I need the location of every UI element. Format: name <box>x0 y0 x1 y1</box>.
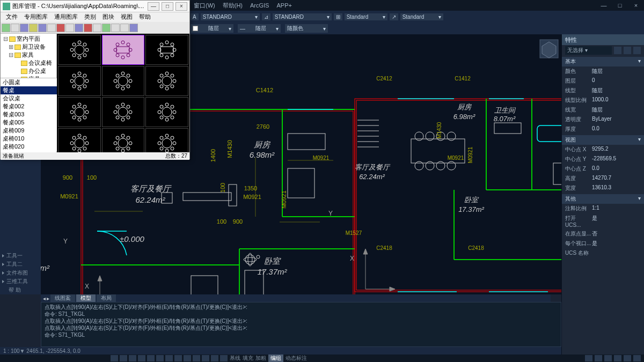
grid-thumbnail[interactable] <box>102 66 145 96</box>
bb-right-icon[interactable] <box>624 355 631 361</box>
props-row[interactable]: UCS 名称 <box>562 248 644 258</box>
left-label-2[interactable]: 工具二 <box>2 260 28 269</box>
list-item[interactable]: 餐桌002 <box>1 102 57 110</box>
lib-tb-btn[interactable] <box>111 24 120 32</box>
lib-tb-btn[interactable] <box>75 24 83 32</box>
layer-combo-3[interactable]: 随颜色▾ <box>285 24 328 33</box>
lib-tb-btn[interactable] <box>129 24 138 32</box>
grid-thumbnail[interactable] <box>58 128 101 152</box>
lib-menu-block[interactable]: 图块 <box>99 12 118 22</box>
command-area[interactable]: 点取插入点[转90(A)/左右(S)/上下(D)/对齐(F)/外框(E)/转角(… <box>41 302 561 347</box>
lib-tb-btn[interactable] <box>102 24 111 32</box>
bb-right-icon[interactable] <box>604 355 612 361</box>
selection-dropdown[interactable]: 无选择 ▾ <box>565 46 612 55</box>
table-style-dropdown[interactable]: Standard▾ <box>345 13 387 20</box>
props-section-header[interactable]: 其他▾ <box>562 194 644 204</box>
list-item[interactable]: 餐桌 <box>1 86 57 94</box>
grid-thumbnail[interactable] <box>102 35 145 65</box>
style-icon[interactable]: A <box>191 13 199 20</box>
menu-app[interactable]: APP+ <box>273 1 295 10</box>
props-row[interactable]: 线宽随层 <box>562 105 644 115</box>
bb-icon[interactable] <box>202 355 209 361</box>
left-label-3[interactable]: 文件布图 <box>2 269 28 277</box>
grid-thumbnail[interactable] <box>102 128 145 152</box>
grid-thumbnail[interactable] <box>58 97 101 127</box>
bb-icon[interactable] <box>220 355 228 361</box>
left-label-1[interactable]: 工具一 <box>2 252 28 260</box>
props-row[interactable]: 线型随层 <box>562 86 644 95</box>
lib-tb-btn[interactable] <box>2 24 10 32</box>
mleader-style-dropdown[interactable]: Standard▾ <box>400 13 443 20</box>
table-style-icon[interactable]: ⊞ <box>334 13 342 20</box>
bb-right-icon[interactable] <box>614 355 621 361</box>
tab-layout[interactable]: 布局 <box>97 294 116 302</box>
props-row[interactable]: 注释比例1:1 <box>562 204 644 213</box>
bb-icon[interactable] <box>138 355 145 361</box>
props-section-header[interactable]: 基本▾ <box>562 57 644 67</box>
props-row[interactable]: 打开 UCS...是 <box>562 213 644 229</box>
bb-text[interactable]: 基线 <box>230 354 240 362</box>
library-grid[interactable] <box>57 34 189 152</box>
tree-node[interactable]: ⊟室内平面 <box>2 35 55 43</box>
props-row[interactable]: 中心点 X9295.2 <box>562 145 644 154</box>
bb-icon[interactable] <box>156 355 164 361</box>
bb-text[interactable]: 加粗 <box>255 354 266 362</box>
lib-tb-btn[interactable] <box>56 24 65 32</box>
tree-node[interactable]: ⊟家具 <box>2 51 55 59</box>
props-row[interactable]: 图层0 <box>562 76 644 86</box>
bb-right-icon[interactable] <box>585 355 592 361</box>
lib-menu-special[interactable]: 专用图库 <box>21 12 51 22</box>
list-item[interactable]: 桌椅020 <box>1 143 57 151</box>
lib-tb-btn[interactable] <box>84 24 92 32</box>
props-row[interactable]: 中心点 Y-228569.5 <box>562 154 644 164</box>
tree-node[interactable]: ⊞厨卫设备 <box>2 43 55 51</box>
dim-style-icon[interactable]: ⊿ <box>262 13 270 20</box>
tab-linepat[interactable]: 线图案 <box>50 294 75 302</box>
bb-icon[interactable] <box>120 355 127 361</box>
lib-tb-btn[interactable] <box>93 24 101 32</box>
lib-tb-btn[interactable] <box>38 24 47 32</box>
layer-combo-2[interactable]: — 随层▾ <box>238 24 281 33</box>
props-icon[interactable] <box>614 47 621 54</box>
lib-maximize-button[interactable]: □ <box>162 2 173 11</box>
bb-text[interactable]: 动态标注 <box>286 354 307 362</box>
close-button[interactable]: × <box>628 0 644 11</box>
menu-help[interactable]: 帮助(H) <box>219 1 246 11</box>
bb-right-icon[interactable] <box>595 355 602 361</box>
bb-icon[interactable] <box>184 355 191 361</box>
props-row[interactable]: 透明度ByLayer <box>562 115 644 124</box>
bb-icon[interactable] <box>111 355 118 361</box>
lib-menu-category[interactable]: 类别 <box>81 12 99 22</box>
props-icon[interactable] <box>633 47 641 54</box>
grid-thumbnail[interactable] <box>58 66 101 96</box>
props-row[interactable]: 宽度13610.3 <box>562 183 644 193</box>
list-item[interactable]: 餐椅001 <box>1 151 57 151</box>
bb-icon[interactable] <box>211 355 218 361</box>
lib-tb-btn[interactable] <box>65 24 74 32</box>
lib-tb-btn[interactable] <box>120 24 129 32</box>
props-row[interactable]: 中心点 Z0.0 <box>562 164 644 174</box>
dim-style-dropdown[interactable]: STANDARD▾ <box>273 13 332 20</box>
props-row[interactable]: 颜色随层 <box>562 67 644 76</box>
grid-thumbnail[interactable] <box>145 35 188 65</box>
lib-menu-general[interactable]: 通用图库 <box>51 12 81 22</box>
maximize-button[interactable]: □ <box>612 0 628 11</box>
list-item[interactable]: 小圆桌 <box>1 78 57 86</box>
props-row[interactable]: 线型比例1000.0 <box>562 95 644 105</box>
lib-close-button[interactable]: × <box>175 2 187 11</box>
left-label-5[interactable]: 帮 助 <box>2 286 28 294</box>
list-item[interactable]: 餐桌003 <box>1 110 57 119</box>
bb-icon[interactable] <box>193 355 200 361</box>
props-row[interactable]: 厚度0.0 <box>562 124 644 134</box>
tab-nav-left[interactable]: ◂ <box>43 295 46 301</box>
lib-minimize-button[interactable]: — <box>148 2 159 11</box>
lib-tb-btn[interactable] <box>47 24 56 32</box>
layer-combo-1[interactable]: 随层▾ <box>191 24 233 33</box>
props-row[interactable]: 高度14270.7 <box>562 174 644 183</box>
text-style-dropdown[interactable]: STANDARD▾ <box>201 13 260 20</box>
bb-text[interactable]: 填充 <box>243 354 253 362</box>
menu-window[interactable]: 窗口(W) <box>191 1 218 11</box>
minimize-button[interactable]: — <box>596 0 612 11</box>
lib-tb-btn[interactable] <box>20 24 28 32</box>
props-icon[interactable] <box>624 47 631 54</box>
